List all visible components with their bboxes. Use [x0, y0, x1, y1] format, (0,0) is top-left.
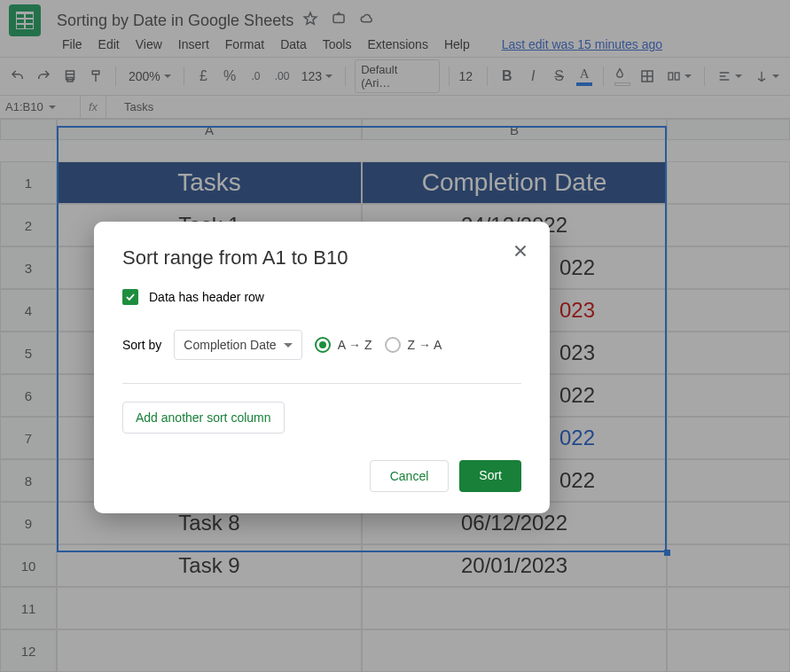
sort-by-label: Sort by [122, 338, 161, 352]
header-row-label: Data has header row [149, 290, 264, 304]
sort-button[interactable]: Sort [459, 460, 521, 492]
divider [122, 383, 521, 384]
add-sort-column-button[interactable]: Add another sort column [122, 402, 285, 434]
close-button[interactable] [511, 241, 530, 264]
sort-range-dialog: Sort range from A1 to B10 Data has heade… [94, 222, 550, 513]
header-row-checkbox[interactable] [122, 289, 138, 305]
sort-az-radio[interactable]: A → Z [315, 337, 372, 353]
sort-za-radio[interactable]: Z → A [385, 337, 442, 353]
dialog-title: Sort range from A1 to B10 [122, 246, 521, 270]
sort-column-select[interactable]: Completion Date [174, 330, 301, 360]
cancel-button[interactable]: Cancel [370, 460, 450, 492]
modal-overlay: Sort range from A1 to B10 Data has heade… [0, 0, 790, 672]
